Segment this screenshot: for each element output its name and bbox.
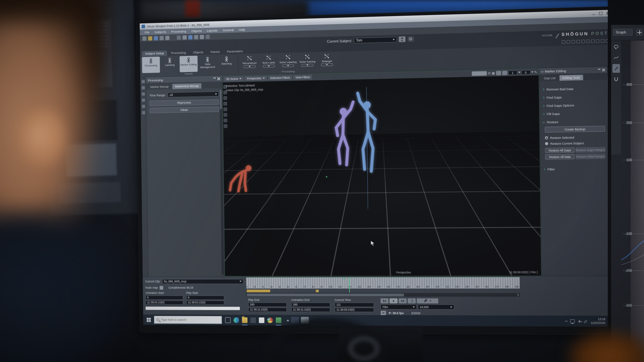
create-backup-button[interactable]: Create Backup bbox=[545, 126, 605, 132]
save-icon[interactable] bbox=[154, 36, 158, 40]
go-to-start-button[interactable] bbox=[380, 298, 388, 303]
animation-start-time-field[interactable]: 11:39:01:22(0) bbox=[146, 300, 183, 305]
pencil-icon[interactable]: ✎ bbox=[534, 70, 537, 74]
document-app-icon[interactable] bbox=[259, 317, 265, 323]
dock-icon[interactable] bbox=[142, 105, 145, 108]
restore-section[interactable]: Restore bbox=[543, 117, 605, 126]
undo-icon[interactable] bbox=[188, 35, 193, 39]
viewport-canvas[interactable]: Selection: Tom:LBHand Active Clip: bs_05… bbox=[223, 75, 541, 276]
chevron-down-icon[interactable] bbox=[263, 65, 275, 68]
curve-tool-icon[interactable] bbox=[612, 53, 620, 62]
restore-button[interactable]: Restore All Gaps bbox=[545, 147, 575, 153]
viewport-tool-icon[interactable] bbox=[223, 102, 227, 106]
ribbon-tab[interactable]: Subject Setup bbox=[142, 51, 167, 57]
restore-button[interactable]: Restore All Data bbox=[545, 154, 575, 160]
taskbar-expand-icon[interactable] bbox=[286, 319, 289, 321]
time-range-select[interactable]: All bbox=[168, 92, 219, 98]
edge-icon[interactable] bbox=[233, 317, 239, 323]
panel-tab[interactable]: Markerless Mocap bbox=[172, 83, 202, 89]
subject-icon-button[interactable] bbox=[399, 36, 406, 42]
scroll-thumb[interactable] bbox=[247, 294, 404, 296]
hidden-icons-chevron[interactable] bbox=[565, 320, 568, 323]
ribbon-panel-button[interactable]: Marker Editing bbox=[179, 56, 198, 72]
zoom-out-icon[interactable]: ⊖ bbox=[488, 71, 491, 75]
close-icon[interactable] bbox=[217, 77, 220, 80]
maximize-icon[interactable] bbox=[599, 12, 603, 15]
ribbon-panel-button[interactable]: Batching bbox=[217, 55, 236, 71]
ribbon-panel-button[interactable]: Labeling bbox=[161, 56, 179, 73]
dock-icon[interactable] bbox=[142, 86, 145, 89]
task-view-icon[interactable] bbox=[225, 317, 231, 323]
clip-keyframe[interactable] bbox=[316, 290, 319, 292]
spinner-field[interactable]: 1 bbox=[508, 70, 517, 75]
ribbon-panel-button[interactable]: Processing bbox=[142, 57, 160, 73]
play-start-time-field[interactable]: 11:39:01:22(0) bbox=[186, 300, 224, 305]
collapsible-section[interactable]: Remove Bad Data bbox=[542, 84, 605, 93]
pin-icon[interactable] bbox=[212, 77, 216, 80]
ribbon-tab[interactable]: Panels bbox=[207, 49, 223, 55]
dock-icon[interactable] bbox=[142, 80, 145, 83]
restore-button[interactable]: Restore Gaps Ranges bbox=[576, 147, 605, 153]
playback-settings-button[interactable] bbox=[417, 298, 438, 303]
clip-track[interactable] bbox=[246, 289, 520, 292]
menu-item[interactable]: Subjects bbox=[152, 29, 168, 34]
restore-current-subject-radio[interactable]: Restore Current Subject bbox=[545, 140, 605, 146]
clean-button[interactable]: Clean bbox=[150, 107, 219, 113]
taskbar-search[interactable] bbox=[154, 316, 222, 324]
app-icon[interactable] bbox=[250, 317, 256, 323]
dock-icon[interactable] bbox=[142, 99, 145, 102]
grid-icon[interactable]: ▦ bbox=[492, 71, 495, 75]
chevron-down-icon[interactable] bbox=[518, 72, 520, 73]
toggle-button[interactable] bbox=[496, 71, 501, 75]
open-folder-icon[interactable] bbox=[148, 36, 152, 41]
ribbon-processing-button[interactable]: Retarget bbox=[318, 52, 336, 69]
panel-tab[interactable]: Editing Tools bbox=[559, 75, 583, 81]
menu-item[interactable]: Objects bbox=[189, 28, 204, 33]
ribbon-processing-button[interactable]: Solve Solving bbox=[298, 53, 317, 69]
toggle-button[interactable] bbox=[502, 70, 507, 75]
restore-button[interactable]: Restore Data Ranges bbox=[576, 154, 605, 159]
search-input[interactable] bbox=[161, 318, 212, 321]
dock-icon[interactable] bbox=[142, 111, 145, 114]
volume-muted-icon[interactable] bbox=[578, 320, 580, 323]
panel-tab[interactable]: Marker Mocap bbox=[147, 84, 171, 89]
network-tray-icon[interactable] bbox=[584, 320, 587, 323]
timeline-ruler[interactable]: 111 010203040506070809010011012013014015… bbox=[246, 277, 520, 289]
display-tray-icon[interactable] bbox=[570, 319, 575, 323]
current-time-frame-field[interactable]: 111 bbox=[335, 303, 374, 307]
spinner-field[interactable]: 0 bbox=[521, 70, 530, 75]
tool-icon[interactable] bbox=[200, 35, 204, 39]
chevron-down-icon[interactable] bbox=[531, 71, 533, 73]
copy-icon[interactable] bbox=[177, 35, 181, 40]
ribbon-processing-button[interactable]: Solve Labeling bbox=[279, 53, 297, 70]
export-icon[interactable] bbox=[165, 36, 170, 40]
layout-presets[interactable] bbox=[562, 39, 609, 44]
node-map-checkbox[interactable] bbox=[160, 286, 163, 290]
reprocess-button[interactable]: Reprocess bbox=[150, 99, 219, 106]
animation-end-frame-field[interactable]: 290 bbox=[291, 303, 330, 307]
chevron-down-icon[interactable] bbox=[244, 65, 256, 68]
scroll-right-arrow[interactable] bbox=[516, 294, 519, 297]
viewport-tool-icon[interactable] bbox=[224, 107, 227, 111]
selection-filters-button[interactable]: Selection Filters bbox=[268, 75, 292, 80]
ribbon-processing-button[interactable]: Auto Label bbox=[260, 54, 278, 70]
pencil-tool-icon[interactable] bbox=[612, 64, 620, 73]
filter-section[interactable]: Filter bbox=[543, 164, 606, 173]
new-file-icon[interactable] bbox=[142, 36, 146, 41]
collapsible-section[interactable]: Find Gaps bbox=[542, 92, 605, 102]
dock-icon[interactable] bbox=[142, 93, 145, 96]
ribbon-tab[interactable]: Processing bbox=[168, 50, 189, 56]
grid-view-button[interactable] bbox=[408, 36, 414, 42]
ribbon-processing-button[interactable]: Reconstruct bbox=[240, 54, 259, 71]
chevron-down-icon[interactable] bbox=[282, 64, 294, 67]
clip-segment[interactable] bbox=[247, 290, 270, 292]
ribbon-tab[interactable]: Parameters bbox=[224, 49, 246, 54]
viewport-tool-icon[interactable] bbox=[224, 113, 227, 117]
import-icon[interactable] bbox=[160, 36, 164, 40]
tool-icon[interactable] bbox=[206, 35, 210, 39]
menu-item[interactable]: General bbox=[220, 27, 236, 32]
play-end-time-field[interactable]: 11:39:11:22(0) bbox=[248, 307, 287, 312]
collapsible-section[interactable]: Fill Gaps bbox=[543, 109, 605, 118]
animation-end-time-field[interactable]: 11:39:11:22(0) bbox=[291, 308, 330, 312]
play-start-frame-field[interactable]: 0 bbox=[186, 296, 224, 300]
